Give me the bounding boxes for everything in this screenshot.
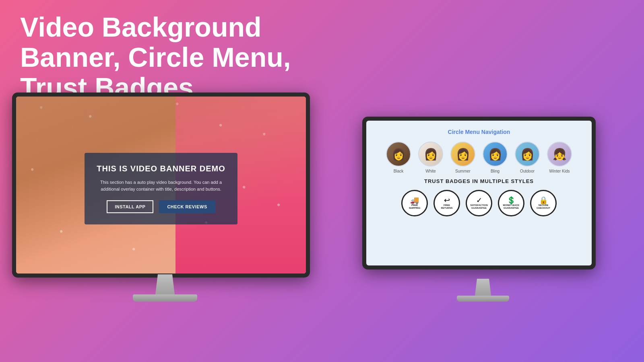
circle-label-black: Black [394,169,403,173]
left-monitor: ❄ ❅ ❄ ❅ ❄ ❅ ❄ ❅ ❄ ❅ ❄ THIS IS VIDEO BANN… [12,93,318,302]
right-monitor-stand [457,279,509,302]
circle-menu-row: 👩 Black 👩 White 👩 Summer [374,142,584,173]
circle-item-summer[interactable]: 👩 Summer [450,142,475,173]
badge-secure-text: SECURECHECKOUT [537,204,550,210]
stand-neck-right [473,279,493,296]
circle-label-summer: Summer [455,169,471,173]
circle-menu-title: Circle Menu Navigation [374,129,584,135]
overlay-description: This section has a auto play video backg… [97,179,225,192]
money-back-icon: 💲 [507,197,516,204]
avatar-summer: 👩 [450,142,475,167]
stand-base-left [133,294,197,302]
check-reviews-button[interactable]: CHECK REVIEWS [159,200,215,213]
badge-free-returns: ↩ FREERETURNS [433,190,460,216]
circle-label-white: White [425,169,436,173]
avatar-white: 👩 [418,142,443,167]
avatar-face-outdoor: 👩 [516,142,539,166]
avatar-face-bling: 👩 [483,142,507,166]
badge-shipping-text: FREESHIPPING [409,204,421,210]
right-monitor: Circle Menu Navigation 👩 Black 👩 White [362,117,604,302]
badge-money-back: 💲 MONEY BACKGUARANTEE [498,190,524,216]
stand-base-right [457,296,509,302]
badge-money-back-text: MONEY BACKGUARANTEE [503,204,520,210]
trust-badges-title: TRUST BADGES IN MULTIPLE STYLES [374,178,584,184]
circle-label-bling: Bling [491,169,500,173]
satisfaction-icon: ✓ [476,197,482,204]
install-app-button[interactable]: INSTALL APP [107,200,153,213]
circle-item-outdoor[interactable]: 👩 Outdoor [515,142,540,173]
overlay-buttons: INSTALL APP CHECK REVIEWS [97,200,225,213]
page-title: Video Background Banner, Circle Menu, Tr… [20,12,302,102]
trust-badges-row: 🚚 FREESHIPPING ↩ FREERETURNS ✓ SATISFACT… [374,190,584,216]
video-overlay-card: THIS IS VIDEO BANNER DEMO This section h… [85,153,237,224]
badge-satisfaction-text: SATISFACTIONGUARANTEE [470,204,488,210]
circle-item-white[interactable]: 👩 White [418,142,443,173]
right-screen-bezel: Circle Menu Navigation 👩 Black 👩 White [362,117,596,269]
badge-free-shipping: 🚚 FREESHIPPING [401,190,428,216]
avatar-face-white: 👩 [419,142,442,166]
avatar-bling: 👩 [483,142,508,167]
right-screen-inner: Circle Menu Navigation 👩 Black 👩 White [366,121,592,265]
secure-checkout-icon: 🔒 [539,197,548,204]
overlay-title: THIS IS VIDEO BANNER DEMO [97,164,225,173]
returns-icon: ↩ [444,197,450,204]
circle-item-black[interactable]: 👩 Black [386,142,411,173]
circle-label-winterkids: Winter Kids [549,169,570,173]
left-monitor-stand [133,274,197,302]
avatar-outdoor: 👩 [515,142,540,167]
badge-secure-checkout: 🔒 SECURECHECKOUT [530,190,557,216]
stand-neck-left [153,274,177,294]
avatar-face-black: 👩 [387,142,410,166]
circle-label-outdoor: Outdoor [520,169,535,173]
circle-item-winterkids[interactable]: 👧 Winter Kids [547,142,572,173]
left-screen-bezel: ❄ ❅ ❄ ❅ ❄ ❅ ❄ ❅ ❄ ❅ ❄ THIS IS VIDEO BANN… [12,93,310,278]
circle-item-bling[interactable]: 👩 Bling [483,142,508,173]
left-screen-inner: ❄ ❅ ❄ ❅ ❄ ❅ ❄ ❅ ❄ ❅ ❄ THIS IS VIDEO BANN… [16,97,306,274]
avatar-winterkids: 👧 [547,142,572,167]
avatar-face-winterkids: 👧 [548,142,571,166]
badge-satisfaction: ✓ SATISFACTIONGUARANTEE [466,190,492,216]
shipping-icon: 🚚 [410,197,419,204]
avatar-black: 👩 [386,142,411,167]
badge-returns-text: FREERETURNS [441,204,452,210]
avatar-face-summer: 👩 [451,142,475,166]
